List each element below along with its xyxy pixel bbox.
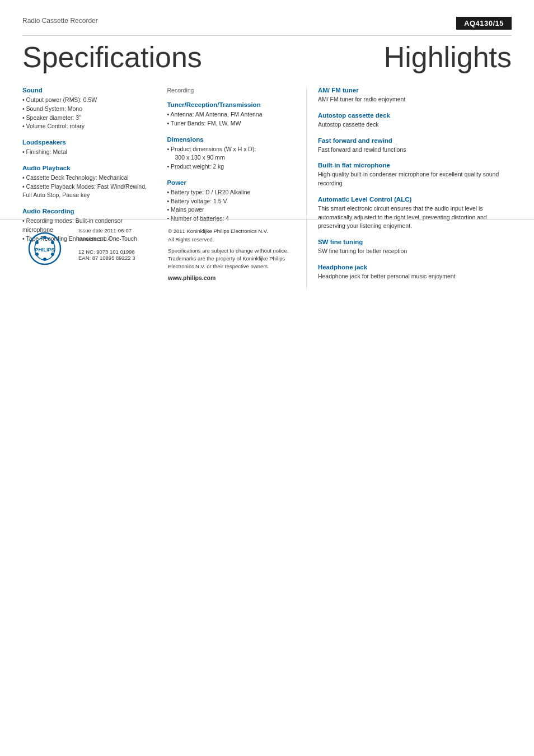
spec-item: Cassette Playback Modes: Fast Wind/Rewin… (22, 183, 150, 200)
spec-item: Product weight: 2 kg (167, 162, 294, 171)
highlights-title: Highlights (384, 41, 512, 73)
header: Radio Cassette Recorder AQ4130/15 (22, 17, 512, 30)
spec-section-loudspeakers: Loudspeakers Finishing: Metal (22, 139, 150, 157)
spec-section-tuner: Tuner/Reception/Transmission Antenna: AM… (167, 101, 294, 128)
highlight-title-amfm: AM/ FM tuner (318, 87, 512, 94)
spec-item: Volume Control: rotary (22, 122, 150, 131)
spec-item: Battery type: D / LR20 Alkaline (167, 188, 294, 197)
highlight-section-fastforward: Fast forward and rewind Fast forward and… (318, 137, 512, 155)
spec-item: Tuner Bands: FM, LW, MW (167, 119, 294, 128)
svg-point-4 (51, 253, 54, 256)
svg-point-5 (43, 258, 46, 261)
recording-label: Recording (167, 87, 294, 94)
spec-section-dimensions: Dimensions Product dimensions (W x H x D… (167, 136, 294, 171)
footer-legal-area: © 2011 Koninklijke Philips Electronics N… (168, 227, 288, 281)
footer-disclaimer: Specifications are subject to change wit… (168, 247, 288, 271)
spec-title-audio-playback: Audio Playback (22, 165, 150, 171)
spec-item: Antenna: AM Antenna, FM Antenna (167, 110, 294, 119)
spec-section-audio-playback: Audio Playback Cassette Deck Technology:… (22, 165, 150, 200)
svg-point-7 (35, 241, 39, 244)
footer-website[interactable]: www.philips.com (168, 274, 288, 281)
highlight-title-fastforward: Fast forward and rewind (318, 137, 512, 144)
svg-text:PHILIPS: PHILIPS (35, 247, 54, 253)
svg-point-6 (35, 253, 39, 256)
footer: PHILIPS Issue date 2011-06-07 Version: 1… (0, 219, 534, 288)
spec-section-power: Power Battery type: D / LR20 Alkaline Ba… (167, 179, 294, 223)
title-row: Specifications Highlights (22, 35, 512, 73)
nc-ean: 12 NC: 9073 101 01998 EAN: 87 10895 8922… (78, 249, 157, 261)
spec-title-power: Power (167, 179, 294, 186)
spec-title-dimensions: Dimensions (167, 136, 294, 143)
spec-item-indent: 300 x 130 x 90 mm (167, 153, 294, 162)
spec-item: Speaker diameter: 3" (22, 114, 150, 123)
spec-title-audio-recording: Audio Recording (22, 208, 150, 214)
spec-item: Finishing: Metal (22, 148, 150, 157)
page: Radio Cassette Recorder AQ4130/15 Specif… (0, 0, 534, 300)
spec-title-tuner: Tuner/Reception/Transmission (167, 101, 294, 108)
version: Version: 1.0.4 (78, 236, 157, 242)
highlight-title-alc: Automatic Level Control (ALC) (318, 196, 512, 203)
highlight-desc-microphone: High-quality built-in condenser micropho… (318, 170, 512, 188)
spec-item: Output power (RMS): 0.5W (22, 96, 150, 105)
spec-item: Battery voltage: 1.5 V (167, 197, 294, 206)
spec-section-recording-label: Recording (167, 87, 294, 94)
spec-item: Product dimensions (W x H x D): (167, 145, 294, 154)
svg-point-2 (43, 236, 46, 239)
spec-item: Cassette Deck Technology: Mechanical (22, 174, 150, 183)
model-badge: AQ4130/15 (456, 17, 512, 30)
spec-title-sound: Sound (22, 87, 150, 94)
spec-title-loudspeakers: Loudspeakers (22, 139, 150, 146)
spec-item: Mains power (167, 206, 294, 214)
highlight-section-autostop: Autostop cassette deck Autostop cassette… (318, 112, 512, 129)
highlight-desc-autostop: Autostop cassette deck (318, 120, 512, 129)
highlight-desc-amfm: AM/ FM tuner for radio enjoyment (318, 95, 512, 104)
highlight-title-microphone: Built-in flat microphone (318, 162, 512, 169)
philips-logo: PHILIPS (22, 227, 67, 267)
product-type: Radio Cassette Recorder (22, 17, 98, 25)
svg-point-3 (51, 241, 54, 244)
footer-copyright: © 2011 Koninklijke Philips Electronics N… (168, 227, 288, 244)
spec-item: Sound System: Mono (22, 105, 150, 114)
highlight-section-amfm: AM/ FM tuner AM/ FM tuner for radio enjo… (318, 87, 512, 104)
highlight-desc-fastforward: Fast forward and rewind functions (318, 146, 512, 155)
highlight-section-microphone: Built-in flat microphone High-quality bu… (318, 162, 512, 188)
highlight-title-autostop: Autostop cassette deck (318, 112, 512, 119)
page-title: Specifications (22, 41, 202, 73)
issue-date: Issue date 2011-06-07 (78, 227, 157, 234)
footer-meta: Issue date 2011-06-07 Version: 1.0.4 12 … (78, 227, 157, 261)
spec-section-sound: Sound Output power (RMS): 0.5W Sound Sys… (22, 87, 150, 131)
